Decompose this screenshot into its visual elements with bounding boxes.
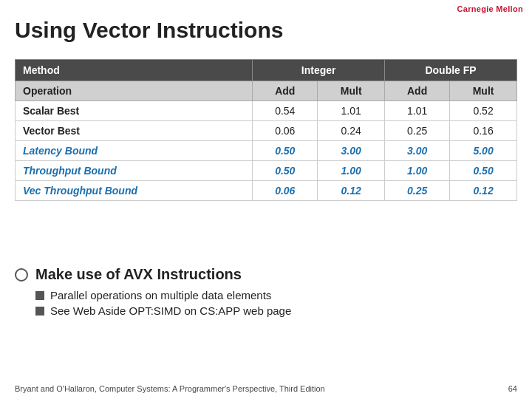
- row-value: 0.54: [253, 101, 318, 121]
- sub-bullet-marker-icon: [35, 307, 44, 316]
- table-row: Vec Throughput Bound0.060.120.250.12: [16, 181, 517, 201]
- table-row: Vector Best0.060.240.250.16: [16, 121, 517, 141]
- subheader-fp-mult: Mult: [450, 81, 517, 101]
- sub-bullet-marker-icon: [35, 291, 44, 300]
- bullet-section: Make use of AVX Instructions Parallel op…: [15, 266, 517, 320]
- row-value: 1.00: [318, 161, 385, 181]
- row-value: 0.50: [253, 141, 318, 161]
- row-label: Scalar Best: [16, 101, 253, 121]
- table-header-row: Method Integer Double FP: [16, 60, 517, 81]
- row-value: 0.16: [450, 121, 517, 141]
- main-bullet-text: Make use of AVX Instructions: [35, 266, 242, 283]
- footer-citation: Bryant and O'Hallaron, Computer Systems:…: [15, 384, 325, 393]
- sub-bullet-text: See Web Aside OPT:SIMD on CS:APP web pag…: [50, 304, 291, 317]
- main-bullet: Make use of AVX Instructions: [15, 266, 517, 283]
- sub-bullets-container: Parallel operations on multiple data ele…: [35, 289, 517, 317]
- row-value: 1.01: [385, 101, 450, 121]
- sub-bullet-text: Parallel operations on multiple data ele…: [50, 289, 271, 301]
- row-value: 0.12: [318, 181, 385, 201]
- row-value: 1.01: [318, 101, 385, 121]
- data-table-container: Method Integer Double FP Operation Add M…: [15, 59, 517, 201]
- row-label: Latency Bound: [16, 141, 253, 161]
- row-value: 0.06: [253, 181, 318, 201]
- subheader-operation: Operation: [16, 81, 253, 101]
- sub-bullet-item: Parallel operations on multiple data ele…: [35, 289, 517, 301]
- row-label: Vec Throughput Bound: [16, 181, 253, 201]
- row-label: Throughput Bound: [16, 161, 253, 181]
- row-value: 3.00: [385, 141, 450, 161]
- footer-page-number: 64: [508, 384, 517, 393]
- col-header-integer: Integer: [253, 60, 385, 81]
- footer: Bryant and O'Hallaron, Computer Systems:…: [15, 384, 517, 393]
- bullet-circle-icon: [15, 268, 28, 282]
- col-header-double-fp: Double FP: [385, 60, 517, 81]
- page-title: Using Vector Instructions: [15, 18, 283, 43]
- cmu-brand-label: Carnegie Mellon: [457, 4, 523, 13]
- subheader-fp-add: Add: [385, 81, 450, 101]
- row-value: 0.50: [450, 161, 517, 181]
- row-label: Vector Best: [16, 121, 253, 141]
- row-value: 0.50: [253, 161, 318, 181]
- table-row: Throughput Bound0.501.001.000.50: [16, 161, 517, 181]
- row-value: 1.00: [385, 161, 450, 181]
- row-value: 0.24: [318, 121, 385, 141]
- table-body: Scalar Best0.541.011.010.52Vector Best0.…: [16, 101, 517, 201]
- col-header-method: Method: [16, 60, 253, 81]
- table-row: Latency Bound0.503.003.005.00: [16, 141, 517, 161]
- row-value: 5.00: [450, 141, 517, 161]
- row-value: 0.12: [450, 181, 517, 201]
- sub-bullet-item: See Web Aside OPT:SIMD on CS:APP web pag…: [35, 304, 517, 317]
- table-subheader-row: Operation Add Mult Add Mult: [16, 81, 517, 101]
- subheader-int-mult: Mult: [318, 81, 385, 101]
- row-value: 0.25: [385, 121, 450, 141]
- row-value: 0.52: [450, 101, 517, 121]
- subheader-int-add: Add: [253, 81, 318, 101]
- row-value: 0.06: [253, 121, 318, 141]
- row-value: 0.25: [385, 181, 450, 201]
- row-value: 3.00: [318, 141, 385, 161]
- table-row: Scalar Best0.541.011.010.52: [16, 101, 517, 121]
- performance-table: Method Integer Double FP Operation Add M…: [15, 59, 517, 201]
